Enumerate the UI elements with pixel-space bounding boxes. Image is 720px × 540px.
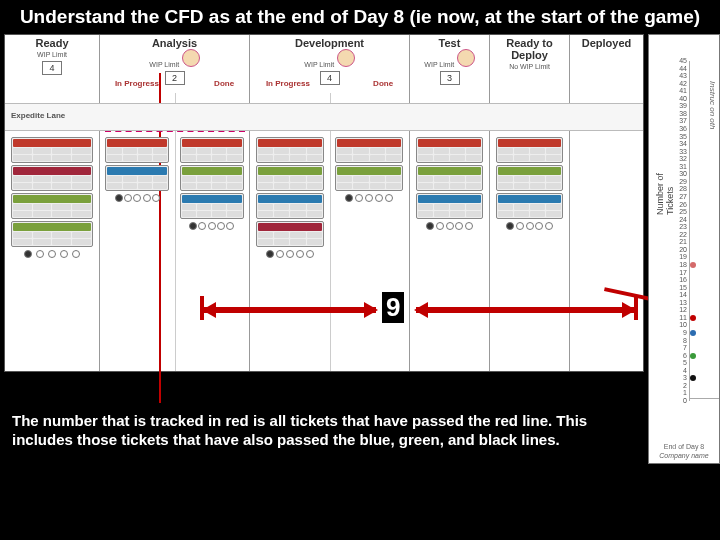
kanban-card: [11, 193, 92, 219]
y-tick: 38: [673, 110, 687, 117]
y-tick: 45: [673, 57, 687, 64]
y-tick: 23: [673, 223, 687, 230]
wip-label: WIP Limit: [37, 51, 67, 58]
y-tick: 11: [673, 314, 687, 321]
x-axis-label: End of Day 8 Company name: [649, 443, 719, 459]
y-axis-label: Number of Tickets: [655, 151, 675, 215]
wip-label: WIP Limit: [424, 61, 454, 68]
y-tick: 28: [673, 185, 687, 192]
kanban-card: [180, 193, 244, 219]
col-header: Analysis WIP Limit 2: [100, 35, 249, 85]
y-tick: 36: [673, 125, 687, 132]
kanban-board: Ready WIP Limit 4 Analysis WIP Limit 2 I…: [4, 34, 644, 372]
y-tick: 27: [673, 193, 687, 200]
card-stack: [5, 133, 99, 259]
kanban-card: [105, 137, 169, 163]
wip-value: 3: [440, 71, 460, 85]
sub-done: Done: [373, 79, 393, 88]
slide-title: Understand the CFD as at the end of Day …: [0, 6, 720, 28]
y-tick: 24: [673, 216, 687, 223]
y-tick: 40: [673, 95, 687, 102]
card-stack: [490, 133, 569, 231]
day-dots: [505, 222, 555, 229]
y-tick: 1: [673, 389, 687, 396]
slide: Understand the CFD as at the end of Day …: [0, 0, 720, 540]
y-tick: 41: [673, 87, 687, 94]
y-tick: 6: [673, 352, 687, 359]
sub-in-progress: In Progress: [115, 79, 159, 88]
cfd-chart: Instruc on oth Number of Tickets 4544434…: [648, 34, 720, 464]
col-title: Ready: [5, 37, 99, 49]
y-tick: 18: [673, 261, 687, 268]
avatar-icon: [337, 49, 355, 67]
wip-label: No WIP Limit: [509, 63, 550, 70]
expedite-label: Expedite Lane: [11, 111, 65, 120]
arrow-left: [204, 307, 376, 313]
kanban-card: [416, 165, 484, 191]
kanban-card: [416, 137, 484, 163]
wip-value: 4: [320, 71, 340, 85]
y-tick: 25: [673, 208, 687, 215]
card-stack: [410, 133, 489, 231]
y-tick: 43: [673, 72, 687, 79]
y-tick: 9: [673, 329, 687, 336]
measure-number: 9: [382, 292, 404, 323]
col-header: Ready WIP Limit 4: [5, 35, 99, 75]
y-tick: 33: [673, 148, 687, 155]
cfd-point: [690, 353, 696, 359]
col-header: Test WIP Limit 3: [410, 35, 489, 85]
sub-done: Done: [214, 79, 234, 88]
y-tick: 3: [673, 374, 687, 381]
wip-label: WIP Limit: [304, 61, 334, 68]
col-title: Deployed: [570, 37, 643, 49]
kanban-card: [256, 221, 324, 247]
y-tick: 37: [673, 117, 687, 124]
kanban-card: [496, 165, 564, 191]
y-tick: 32: [673, 155, 687, 162]
cfd-point: [690, 262, 696, 268]
avatar-icon: [182, 49, 200, 67]
wip-value: 2: [165, 71, 185, 85]
y-tick: 20: [673, 246, 687, 253]
col-deployed: Deployed: [570, 35, 643, 371]
y-tick: 26: [673, 201, 687, 208]
col-title: Analysis: [100, 37, 249, 49]
y-tick: 31: [673, 163, 687, 170]
cfd-point: [690, 375, 696, 381]
kanban-card: [335, 165, 403, 191]
y-tick: 39: [673, 102, 687, 109]
avatar-icon: [457, 49, 475, 67]
y-tick: 42: [673, 80, 687, 87]
y-tick: 14: [673, 291, 687, 298]
kanban-card: [11, 137, 92, 163]
col-test: Test WIP Limit 3: [410, 35, 490, 371]
day-dots: [22, 250, 82, 257]
kanban-card: [496, 137, 564, 163]
col-header: Development WIP Limit 4: [250, 35, 409, 85]
card-stack: [250, 133, 330, 259]
cfd-point: [690, 315, 696, 321]
col-ready: Ready WIP Limit 4: [5, 35, 100, 371]
y-tick: 22: [673, 231, 687, 238]
arrow-right-cap: [634, 296, 638, 320]
wip-label: WIP Limit: [149, 61, 179, 68]
y-tick: 16: [673, 276, 687, 283]
explanation-text: The number that is tracked in red is all…: [12, 412, 652, 450]
y-tick: 34: [673, 140, 687, 147]
y-tick: 29: [673, 178, 687, 185]
y-tick: 7: [673, 344, 687, 351]
y-tick: 10: [673, 321, 687, 328]
y-tick: 35: [673, 133, 687, 140]
wip-value: 4: [42, 61, 62, 75]
cfd-point: [690, 330, 696, 336]
card-stack: [100, 133, 175, 203]
col-ready-deploy: Ready to Deploy No WIP Limit: [490, 35, 570, 371]
kanban-card: [180, 165, 244, 191]
kanban-card: [496, 193, 564, 219]
day-dots: [425, 222, 475, 229]
y-tick: 19: [673, 253, 687, 260]
kanban-card: [416, 193, 484, 219]
day-dots: [188, 222, 235, 229]
y-tick: 17: [673, 269, 687, 276]
kanban-card: [256, 165, 324, 191]
